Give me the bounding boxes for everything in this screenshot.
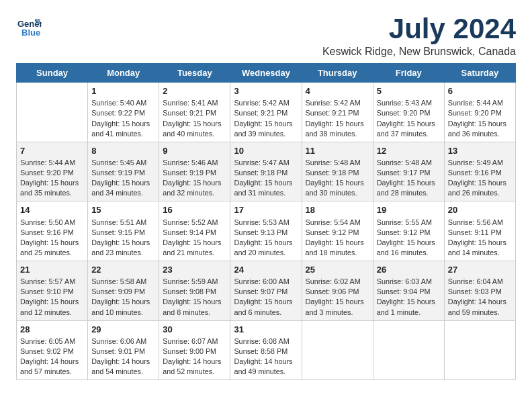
day-info: Sunrise: 5:55 AM Sunset: 9:12 PM Dayligh… bbox=[377, 218, 441, 258]
day-info: Sunrise: 5:54 AM Sunset: 9:12 PM Dayligh… bbox=[306, 218, 369, 258]
day-number: 16 bbox=[163, 204, 226, 216]
day-number: 17 bbox=[234, 204, 298, 216]
day-of-week-header: Saturday bbox=[444, 64, 515, 83]
calendar-cell: 22Sunrise: 5:58 AM Sunset: 9:09 PM Dayli… bbox=[88, 261, 159, 321]
day-info: Sunrise: 5:45 AM Sunset: 9:19 PM Dayligh… bbox=[91, 158, 155, 198]
calendar-body: 1Sunrise: 5:40 AM Sunset: 9:22 PM Daylig… bbox=[17, 83, 516, 380]
calendar-cell: 27Sunrise: 6:04 AM Sunset: 9:03 PM Dayli… bbox=[444, 261, 515, 321]
calendar-cell: 2Sunrise: 5:41 AM Sunset: 9:21 PM Daylig… bbox=[159, 83, 230, 142]
day-number: 6 bbox=[448, 85, 512, 97]
day-info: Sunrise: 6:08 AM Sunset: 8:58 PM Dayligh… bbox=[234, 336, 298, 377]
day-number: 8 bbox=[91, 145, 155, 157]
calendar-cell: 26Sunrise: 6:03 AM Sunset: 9:04 PM Dayli… bbox=[373, 261, 444, 321]
day-number: 5 bbox=[377, 85, 441, 97]
day-number: 10 bbox=[234, 145, 298, 157]
day-number: 1 bbox=[91, 85, 155, 97]
calendar-cell: 24Sunrise: 6:00 AM Sunset: 9:07 PM Dayli… bbox=[230, 261, 302, 321]
day-number: 31 bbox=[234, 324, 298, 336]
day-number: 2 bbox=[163, 85, 226, 97]
day-number: 19 bbox=[377, 204, 441, 216]
day-number: 23 bbox=[163, 264, 226, 276]
day-number: 12 bbox=[377, 145, 441, 157]
day-of-week-header: Sunday bbox=[17, 64, 88, 83]
day-info: Sunrise: 5:40 AM Sunset: 9:22 PM Dayligh… bbox=[91, 98, 155, 138]
calendar-cell: 10Sunrise: 5:47 AM Sunset: 9:18 PM Dayli… bbox=[230, 142, 302, 201]
day-info: Sunrise: 5:58 AM Sunset: 9:09 PM Dayligh… bbox=[91, 277, 155, 317]
calendar-cell: 14Sunrise: 5:50 AM Sunset: 9:16 PM Dayli… bbox=[17, 201, 88, 261]
location: Keswick Ridge, New Brunswick, Canada bbox=[322, 46, 516, 58]
calendar-week-row: 14Sunrise: 5:50 AM Sunset: 9:16 PM Dayli… bbox=[17, 201, 516, 261]
calendar-cell: 9Sunrise: 5:46 AM Sunset: 9:19 PM Daylig… bbox=[159, 142, 230, 201]
day-info: Sunrise: 6:05 AM Sunset: 9:02 PM Dayligh… bbox=[20, 336, 84, 377]
calendar-cell bbox=[17, 83, 88, 142]
day-of-week-header: Wednesday bbox=[230, 64, 302, 83]
calendar-cell bbox=[444, 320, 515, 380]
day-info: Sunrise: 5:49 AM Sunset: 9:16 PM Dayligh… bbox=[448, 158, 512, 198]
day-info: Sunrise: 5:52 AM Sunset: 9:14 PM Dayligh… bbox=[163, 218, 226, 258]
calendar-week-row: 21Sunrise: 5:57 AM Sunset: 9:10 PM Dayli… bbox=[17, 261, 516, 321]
day-info: Sunrise: 5:42 AM Sunset: 9:21 PM Dayligh… bbox=[234, 98, 298, 138]
day-number: 22 bbox=[91, 264, 155, 276]
title-block: July 2024 Keswick Ridge, New Brunswick, … bbox=[322, 13, 516, 58]
day-info: Sunrise: 5:59 AM Sunset: 9:08 PM Dayligh… bbox=[163, 277, 226, 317]
calendar-cell bbox=[302, 320, 373, 380]
calendar-cell: 11Sunrise: 5:48 AM Sunset: 9:18 PM Dayli… bbox=[302, 142, 373, 201]
day-number: 21 bbox=[20, 264, 84, 276]
day-number: 29 bbox=[91, 324, 155, 336]
calendar-table: SundayMondayTuesdayWednesdayThursdayFrid… bbox=[16, 63, 516, 380]
calendar-cell: 30Sunrise: 6:07 AM Sunset: 9:00 PM Dayli… bbox=[159, 320, 230, 380]
day-number: 4 bbox=[306, 85, 369, 97]
calendar-cell: 19Sunrise: 5:55 AM Sunset: 9:12 PM Dayli… bbox=[373, 201, 444, 261]
calendar-cell: 13Sunrise: 5:49 AM Sunset: 9:16 PM Dayli… bbox=[444, 142, 515, 201]
calendar-cell: 16Sunrise: 5:52 AM Sunset: 9:14 PM Dayli… bbox=[159, 201, 230, 261]
calendar-cell: 29Sunrise: 6:06 AM Sunset: 9:01 PM Dayli… bbox=[88, 320, 159, 380]
calendar-cell: 7Sunrise: 5:44 AM Sunset: 9:20 PM Daylig… bbox=[17, 142, 88, 201]
day-number: 15 bbox=[91, 204, 155, 216]
calendar-cell: 15Sunrise: 5:51 AM Sunset: 9:15 PM Dayli… bbox=[88, 201, 159, 261]
day-info: Sunrise: 5:56 AM Sunset: 9:11 PM Dayligh… bbox=[448, 218, 512, 258]
day-info: Sunrise: 6:04 AM Sunset: 9:03 PM Dayligh… bbox=[448, 277, 512, 317]
day-number: 30 bbox=[163, 324, 226, 336]
day-info: Sunrise: 5:46 AM Sunset: 9:19 PM Dayligh… bbox=[163, 158, 226, 198]
calendar-cell: 28Sunrise: 6:05 AM Sunset: 9:02 PM Dayli… bbox=[17, 320, 88, 380]
day-info: Sunrise: 5:43 AM Sunset: 9:20 PM Dayligh… bbox=[377, 98, 441, 138]
calendar-cell: 31Sunrise: 6:08 AM Sunset: 8:58 PM Dayli… bbox=[230, 320, 302, 380]
day-info: Sunrise: 5:42 AM Sunset: 9:21 PM Dayligh… bbox=[306, 98, 369, 138]
day-info: Sunrise: 5:51 AM Sunset: 9:15 PM Dayligh… bbox=[91, 218, 155, 258]
calendar-week-row: 28Sunrise: 6:05 AM Sunset: 9:02 PM Dayli… bbox=[17, 320, 516, 380]
day-number: 24 bbox=[234, 264, 298, 276]
svg-text:Blue: Blue bbox=[21, 28, 40, 38]
day-number: 18 bbox=[306, 204, 369, 216]
calendar-cell: 5Sunrise: 5:43 AM Sunset: 9:20 PM Daylig… bbox=[373, 83, 444, 142]
day-of-week-header: Monday bbox=[88, 64, 159, 83]
calendar-week-row: 1Sunrise: 5:40 AM Sunset: 9:22 PM Daylig… bbox=[17, 83, 516, 142]
day-info: Sunrise: 5:53 AM Sunset: 9:13 PM Dayligh… bbox=[234, 218, 298, 258]
calendar-cell: 20Sunrise: 5:56 AM Sunset: 9:11 PM Dayli… bbox=[444, 201, 515, 261]
day-number: 26 bbox=[377, 264, 441, 276]
calendar-week-row: 7Sunrise: 5:44 AM Sunset: 9:20 PM Daylig… bbox=[17, 142, 516, 201]
day-number: 7 bbox=[20, 145, 84, 157]
day-number: 27 bbox=[448, 264, 512, 276]
day-info: Sunrise: 5:50 AM Sunset: 9:16 PM Dayligh… bbox=[20, 218, 84, 258]
calendar-cell: 8Sunrise: 5:45 AM Sunset: 9:19 PM Daylig… bbox=[88, 142, 159, 201]
calendar-cell: 18Sunrise: 5:54 AM Sunset: 9:12 PM Dayli… bbox=[302, 201, 373, 261]
day-info: Sunrise: 6:00 AM Sunset: 9:07 PM Dayligh… bbox=[234, 277, 298, 317]
day-number: 14 bbox=[20, 204, 84, 216]
calendar-cell: 12Sunrise: 5:48 AM Sunset: 9:17 PM Dayli… bbox=[373, 142, 444, 201]
day-info: Sunrise: 6:07 AM Sunset: 9:00 PM Dayligh… bbox=[163, 336, 226, 377]
day-info: Sunrise: 5:44 AM Sunset: 9:20 PM Dayligh… bbox=[20, 158, 84, 198]
logo-icon: General Blue bbox=[16, 13, 42, 39]
calendar-cell: 17Sunrise: 5:53 AM Sunset: 9:13 PM Dayli… bbox=[230, 201, 302, 261]
day-number: 11 bbox=[306, 145, 369, 157]
calendar-cell bbox=[373, 320, 444, 380]
day-info: Sunrise: 5:57 AM Sunset: 9:10 PM Dayligh… bbox=[20, 277, 84, 317]
day-info: Sunrise: 5:48 AM Sunset: 9:17 PM Dayligh… bbox=[377, 158, 441, 198]
calendar-cell: 21Sunrise: 5:57 AM Sunset: 9:10 PM Dayli… bbox=[17, 261, 88, 321]
calendar-cell: 4Sunrise: 5:42 AM Sunset: 9:21 PM Daylig… bbox=[302, 83, 373, 142]
day-number: 20 bbox=[448, 204, 512, 216]
day-info: Sunrise: 6:02 AM Sunset: 9:06 PM Dayligh… bbox=[306, 277, 369, 317]
page-header: General Blue July 2024 Keswick Ridge, Ne… bbox=[16, 13, 516, 58]
calendar-cell: 25Sunrise: 6:02 AM Sunset: 9:06 PM Dayli… bbox=[302, 261, 373, 321]
calendar-cell: 23Sunrise: 5:59 AM Sunset: 9:08 PM Dayli… bbox=[159, 261, 230, 321]
month-title: July 2024 bbox=[322, 13, 516, 44]
